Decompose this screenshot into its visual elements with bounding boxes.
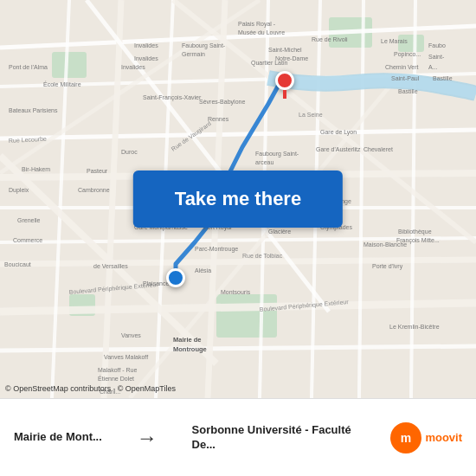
svg-text:Rue de Rivoli: Rue de Rivoli <box>312 36 348 42</box>
svg-text:m: m <box>401 431 411 445</box>
origin-label: Mairie de Mont... <box>14 430 102 445</box>
svg-text:Chemin Vert: Chemin Vert <box>385 64 419 70</box>
arrow-icon: → <box>137 426 158 450</box>
svg-text:Étienne Dolet: Étienne Dolet <box>98 375 134 382</box>
svg-line-27 <box>0 0 260 173</box>
origin-location: Mairie de Mont... <box>14 430 102 445</box>
svg-text:Invalides: Invalides <box>134 42 158 48</box>
svg-text:Montsouris: Montsouris <box>221 289 251 295</box>
svg-text:A...: A... <box>428 64 438 70</box>
map-attribution: © OpenStreetMap contributors · © OpenMap… <box>0 383 476 395</box>
svg-text:Alésia: Alésia <box>195 267 211 273</box>
moovit-wordmark: moovit <box>425 431 462 444</box>
svg-text:Vanves Malakoff: Vanves Malakoff <box>104 354 148 360</box>
svg-line-25 <box>87 0 329 312</box>
destination-location: Sorbonne Université - Faculté De... <box>192 423 357 453</box>
svg-text:Bibliothèque: Bibliothèque <box>398 228 432 235</box>
moovit-icon: m <box>390 422 421 453</box>
svg-text:Invalides: Invalides <box>134 55 158 61</box>
svg-text:Mairie de: Mairie de <box>173 336 202 344</box>
attribution-text: © OpenStreetMap contributors · © OpenMap… <box>5 384 176 393</box>
svg-text:Saint-Michel: Saint-Michel <box>268 47 302 53</box>
bottom-bar: Mairie de Mont... → Sorbonne Université … <box>0 398 476 476</box>
svg-text:de Versailles: de Versailles <box>93 263 128 269</box>
origin-marker <box>166 268 185 287</box>
svg-line-12 <box>0 238 476 242</box>
destination-marker <box>275 71 294 99</box>
svg-line-28 <box>130 87 389 398</box>
svg-text:Rue de Tolbiac: Rue de Tolbiac <box>242 253 283 259</box>
svg-text:Musée du Louvre: Musée du Louvre <box>238 29 285 35</box>
svg-rect-5 <box>216 294 277 338</box>
svg-text:Notre-Dame: Notre-Dame <box>275 55 308 61</box>
svg-text:Bastille: Bastille <box>398 88 418 94</box>
svg-text:Parc-Montrouge: Parc-Montrouge <box>195 246 238 253</box>
svg-text:Faubourg Saint-: Faubourg Saint- <box>255 151 299 158</box>
svg-text:Invalides: Invalides <box>121 64 145 70</box>
svg-text:Rue de Vaugirard: Rue de Vaugirard <box>170 120 213 153</box>
svg-rect-4 <box>398 35 424 52</box>
take-me-there-button[interactable]: Take me there <box>133 170 343 228</box>
svg-line-7 <box>0 26 476 48</box>
svg-line-9 <box>0 130 476 138</box>
svg-text:Grenelle: Grenelle <box>17 217 41 223</box>
svg-text:Palais Royal -: Palais Royal - <box>238 21 276 28</box>
svg-text:Bateaux Parisiens: Bateaux Parisiens <box>9 107 58 113</box>
svg-text:Maison-Blanche: Maison-Blanche <box>363 241 407 248</box>
svg-text:Le Marais: Le Marais <box>381 38 408 44</box>
svg-line-14 <box>0 303 476 312</box>
svg-text:Glacière: Glacière <box>268 228 291 235</box>
svg-line-22 <box>359 0 363 398</box>
svg-text:Saint-: Saint- <box>428 54 445 60</box>
svg-text:arceau: arceau <box>255 159 274 165</box>
svg-rect-2 <box>52 52 87 78</box>
svg-text:Quartier Latin: Quartier Latin <box>251 60 288 67</box>
svg-text:Bir-Hakem: Bir-Hakem <box>22 166 50 172</box>
svg-line-16 <box>52 0 69 398</box>
svg-line-23 <box>411 0 415 398</box>
svg-text:Le Kremlin-Bicêtre: Le Kremlin-Bicêtre <box>389 324 440 330</box>
svg-text:Gare de Lyon: Gare de Lyon <box>320 129 357 136</box>
svg-text:Pont de l'Alma: Pont de l'Alma <box>9 64 48 70</box>
svg-text:Cambronne: Cambronne <box>78 187 110 193</box>
svg-rect-3 <box>329 17 372 48</box>
svg-text:Bastille: Bastille <box>433 75 453 81</box>
svg-text:Pasteur: Pasteur <box>87 168 108 174</box>
svg-text:Malakoff - Rue: Malakoff - Rue <box>98 367 137 373</box>
svg-text:Plaisance: Plaisance <box>143 280 169 286</box>
svg-text:Faubo: Faubo <box>428 42 446 48</box>
svg-text:Rennes: Rennes <box>208 116 229 122</box>
svg-text:Montrouge: Montrouge <box>173 345 207 353</box>
svg-line-15 <box>0 346 476 351</box>
svg-text:Boulevard Périphérique Extérie: Boulevard Périphérique Extérieur <box>68 281 158 296</box>
moovit-logo: m moovit <box>390 422 462 453</box>
svg-text:Porte d'Ivry: Porte d'Ivry <box>372 263 403 270</box>
svg-rect-6 <box>69 294 95 316</box>
svg-line-17 <box>104 0 121 398</box>
map-area: Rue de Vaugirard Boulevard Périphérique … <box>0 0 476 398</box>
svg-text:Popinco...: Popinco... <box>394 51 421 58</box>
svg-text:École Militaire: École Militaire <box>43 80 81 87</box>
svg-text:Vanves: Vanves <box>121 332 141 338</box>
app-container: Rue de Vaugirard Boulevard Périphérique … <box>0 0 476 476</box>
svg-text:Commerce: Commerce <box>13 237 42 243</box>
svg-text:La Seine: La Seine <box>299 112 323 118</box>
svg-text:Sèvres-Babylone: Sèvres-Babylone <box>199 99 245 106</box>
svg-text:Chevaleret: Chevaleret <box>363 146 393 152</box>
svg-text:Dupleix: Dupleix <box>9 187 29 194</box>
svg-text:Saint-François-Xavier: Saint-François-Xavier <box>143 94 202 101</box>
svg-text:Duroc: Duroc <box>121 149 138 155</box>
svg-text:Germain: Germain <box>182 51 205 57</box>
svg-text:Faubourg Saint-: Faubourg Saint- <box>182 42 226 49</box>
svg-text:Boucicaut: Boucicaut <box>4 261 31 267</box>
svg-line-8 <box>0 74 476 87</box>
svg-text:Boulevard Périphérique Extérie: Boulevard Périphérique Extérieur <box>259 299 349 313</box>
svg-text:Rue Lecourbe: Rue Lecourbe <box>9 136 47 144</box>
svg-text:Saint-Paul: Saint-Paul <box>391 75 420 81</box>
svg-line-13 <box>0 260 476 264</box>
svg-text:Gare d'Austerlitz: Gare d'Austerlitz <box>316 146 361 152</box>
svg-text:François Mitte...: François Mitte... <box>396 237 440 244</box>
destination-label: Sorbonne Université - Faculté De... <box>192 423 357 453</box>
